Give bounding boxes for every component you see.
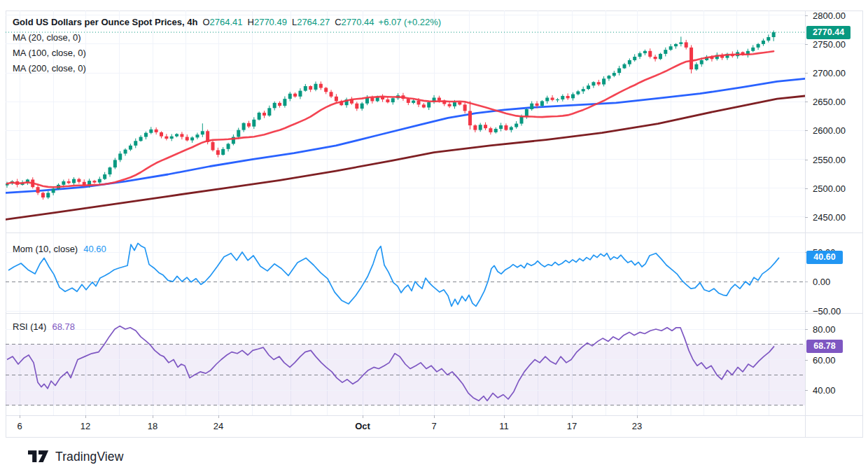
ohlc-close: C2770.44 xyxy=(335,17,374,27)
axis-tick xyxy=(805,160,808,160)
time-label: 7 xyxy=(431,421,436,431)
tradingview-logo-text: TradingView xyxy=(55,450,123,464)
axis-label: 80.00 xyxy=(813,324,836,335)
time-label: 6 xyxy=(17,421,22,431)
axis-label: 2600.00 xyxy=(813,125,846,136)
symbol-legend: Gold US Dollars per Ounce Spot Prices, 4… xyxy=(13,17,441,78)
symbol-title: Gold US Dollars per Ounce Spot Prices, 4… xyxy=(13,17,197,27)
price-axis[interactable]: 2800.002750.002700.002650.002600.002550.… xyxy=(805,0,868,472)
momentum-pane[interactable] xyxy=(6,232,805,313)
symbol-title-row[interactable]: Gold US Dollars per Ounce Spot Prices, 4… xyxy=(13,17,441,27)
rsi-name: RSI (14) xyxy=(13,321,46,332)
axis-label: 0.00 xyxy=(813,277,830,287)
axis-tick xyxy=(805,188,808,189)
time-label: 17 xyxy=(567,421,577,431)
ma20-legend[interactable]: MA (20, close, 0) xyxy=(13,32,441,43)
axis-label: 2700.00 xyxy=(813,68,846,78)
ohlc-open: O2764.41 xyxy=(202,17,242,27)
axis-tick xyxy=(805,282,808,282)
pane-separator[interactable] xyxy=(6,232,863,233)
rsi-legend[interactable]: RSI (14)68.78 xyxy=(13,321,75,332)
axis-tick xyxy=(805,311,808,312)
last-price-badge: 2770.44 xyxy=(806,26,850,39)
momentum-value-badge: 40.60 xyxy=(806,251,843,264)
time-label: 18 xyxy=(148,421,158,431)
momentum-value: 40.60 xyxy=(83,244,106,254)
axis-tick xyxy=(805,44,808,45)
tradingview-logo-icon xyxy=(28,447,49,466)
price-change: +6.07 (+0.22%) xyxy=(379,17,442,27)
ohlc-low: L2764.27 xyxy=(292,17,330,27)
time-tick xyxy=(504,415,505,418)
time-tick xyxy=(85,415,86,418)
axis-label: 2650.00 xyxy=(813,97,846,107)
ma100-legend[interactable]: MA (100, close, 0) xyxy=(13,48,441,58)
rsi-value-badge: 68.78 xyxy=(806,340,843,353)
axis-tick xyxy=(805,130,808,131)
tradingview-logo[interactable]: TradingView xyxy=(28,447,123,466)
time-tick xyxy=(20,415,20,418)
axis-tick xyxy=(805,73,808,74)
axis-label: 2450.00 xyxy=(813,211,846,222)
axis-label: 60.00 xyxy=(813,354,836,365)
axis-label: −50.00 xyxy=(813,306,841,317)
axis-label: 2750.00 xyxy=(813,39,846,49)
time-label: Oct xyxy=(355,421,370,431)
time-label: 11 xyxy=(499,421,509,431)
axis-tick xyxy=(805,217,808,218)
time-tick xyxy=(434,415,435,418)
axis-label: 2800.00 xyxy=(813,10,846,20)
pane-separator[interactable] xyxy=(6,313,863,314)
momentum-legend[interactable]: Mom (10, close)40.60 xyxy=(13,244,106,254)
time-label: 12 xyxy=(80,421,90,431)
time-tick xyxy=(363,415,363,418)
rsi-value: 68.78 xyxy=(52,321,75,332)
axis-tick xyxy=(805,329,808,330)
time-tick xyxy=(153,415,153,418)
time-tick xyxy=(637,415,638,418)
axis-tick xyxy=(805,102,808,102)
time-tick xyxy=(572,415,573,418)
axis-label: 2500.00 xyxy=(813,183,846,193)
ohlc-high: H2770.49 xyxy=(248,17,287,27)
axis-tick xyxy=(805,360,808,361)
axis-tick xyxy=(805,390,808,391)
axis-tick xyxy=(805,15,808,16)
axis-label: 40.00 xyxy=(813,385,836,396)
ma200-legend[interactable]: MA (200, close, 0) xyxy=(13,63,441,74)
time-label: 23 xyxy=(632,421,642,431)
momentum-name: Mom (10, close) xyxy=(13,244,78,254)
time-tick xyxy=(218,415,219,418)
rsi-pane[interactable] xyxy=(6,313,805,415)
time-label: 24 xyxy=(214,421,223,431)
time-axis[interactable]: 6121824Oct7111723 xyxy=(6,415,805,438)
axis-label: 2550.00 xyxy=(813,154,846,165)
